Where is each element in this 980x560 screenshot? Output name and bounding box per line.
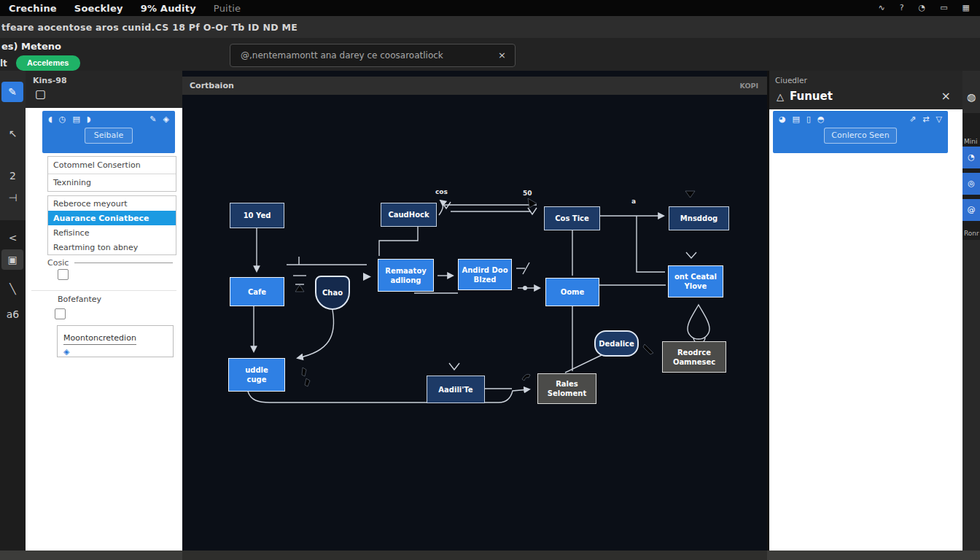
curve-icon[interactable]: ∿ — [879, 0, 885, 16]
left-panel: Kins-98 ▢ ◖◷▤◗ ✎◈ Seibale Cotommel Conse… — [26, 71, 182, 551]
right-header-icons-right: ⇗⇄▽ — [909, 115, 942, 124]
edge-label: cos — [435, 188, 448, 195]
diagram-node[interactable]: CaudHock — [381, 203, 437, 227]
target-icon[interactable]: ◔ — [962, 147, 980, 168]
right-rail-lower — [962, 240, 980, 551]
list-item[interactable]: Auarance Coniatbece — [48, 211, 176, 225]
field-box[interactable]: Moontoncretedion ◈ — [57, 325, 174, 357]
conlerco-button[interactable]: Conlerco Seen — [824, 128, 897, 144]
list-item[interactable]: Reartming ton abney — [48, 240, 176, 254]
diagram-node[interactable]: ont Ceatal Ylove — [668, 265, 723, 298]
line-tool-icon[interactable]: ╲ — [0, 279, 26, 299]
share-icon[interactable]: ⇗ — [909, 115, 916, 124]
grid-icon[interactable]: ▦ — [962, 0, 970, 16]
menu-items: CrechineSoeckley9% AudityPuitie — [0, 3, 258, 14]
diagram-edges — [182, 95, 767, 551]
menu-item[interactable]: Crechine — [9, 3, 57, 14]
checkbox-2-label: Bofefantey — [58, 295, 101, 304]
half-circle-icon[interactable]: ◓ — [817, 115, 825, 124]
cursor-tool-icon[interactable]: ↖ — [0, 123, 26, 144]
right-rail-label-top: Mini — [962, 138, 980, 145]
right-rail: ◍ Mini Ronr ◔◎@ — [962, 71, 980, 551]
list-item[interactable]: Cotommel Consertion — [48, 157, 176, 174]
list-item[interactable]: Texnining — [48, 174, 176, 191]
collapse-icon[interactable]: < — [0, 228, 26, 248]
checkbox-1[interactable] — [58, 269, 69, 280]
menu-item[interactable]: Soeckley — [74, 3, 123, 14]
flag-icon[interactable]: ▽ — [936, 115, 942, 124]
pen-icon[interactable]: ✎ — [149, 115, 156, 124]
help-icon[interactable]: ? — [900, 0, 904, 16]
diagram-node[interactable]: Andird Doo Blzed — [458, 259, 512, 290]
search-box: × — [230, 44, 516, 67]
subheader-left-label: lt — [0, 58, 7, 69]
window-icon[interactable]: ▭ — [940, 0, 947, 16]
left-header-icons-right: ✎◈ — [149, 115, 169, 124]
diagram-node[interactable]: Dedalice — [594, 330, 639, 357]
clock-icon[interactable]: ◷ — [59, 115, 66, 124]
section-divider — [74, 262, 173, 263]
clear-search-icon[interactable]: × — [498, 44, 506, 66]
diagram-node[interactable]: Chao — [315, 276, 350, 310]
right-rail-label-bottom: Ronr — [962, 230, 980, 237]
diagram-node[interactable]: Rales Seloment — [537, 373, 596, 404]
diagram-node[interactable]: Aadili'Te — [427, 376, 485, 403]
half-icon[interactable]: ◗ — [87, 115, 91, 124]
eye-icon[interactable]: ◖ — [48, 115, 52, 124]
field-value[interactable]: Moontoncretedion — [63, 333, 136, 345]
search-input[interactable] — [230, 44, 497, 66]
record-icon[interactable]: ◔ — [919, 0, 926, 16]
document-icon[interactable]: ▢ — [35, 88, 46, 100]
accelemes-button[interactable]: Accelemes — [16, 55, 80, 71]
diagram-node[interactable]: Cafe — [230, 277, 284, 306]
seibale-button[interactable]: Seibale — [85, 128, 133, 144]
pin-icon[interactable]: ◈ — [163, 115, 169, 124]
card-icon[interactable]: ▤ — [793, 115, 800, 124]
status-bar-canvas-segment — [182, 551, 767, 560]
diagram-node[interactable]: Oome — [545, 278, 599, 306]
grid-icon[interactable]: ▤ — [72, 115, 79, 124]
canvas-badge: KOPI — [739, 82, 767, 90]
mention-icon[interactable]: @ — [962, 199, 980, 221]
swap-icon[interactable]: ⇄ — [922, 115, 929, 124]
frame-icon[interactable]: ▯ — [806, 115, 811, 124]
pen-tool-icon[interactable]: ✎ — [1, 82, 23, 102]
checkbox-2[interactable] — [55, 308, 66, 319]
media-tool-icon[interactable]: ▣ — [1, 249, 23, 270]
a6-label[interactable]: a6 — [0, 304, 26, 324]
diagram-node[interactable]: uddle cuge — [228, 358, 285, 392]
record-icon[interactable]: ◎ — [962, 173, 980, 195]
diagram-node[interactable]: Cos Tice — [544, 206, 600, 230]
field-icon: ◈ — [63, 347, 167, 357]
right-panel-body: ◕▤▯◓ ⇗⇄▽ Conlerco Seen — [769, 109, 962, 551]
left-panel-title: Kins-98 — [33, 76, 67, 85]
diagram-node[interactable]: Remaatoy adliong — [378, 259, 434, 292]
diagram-node[interactable]: 10 Yed — [230, 203, 284, 228]
app-icon[interactable]: ◍ — [962, 91, 980, 103]
status-bar — [0, 551, 980, 560]
globe-icon[interactable]: ◕ — [779, 115, 786, 124]
canvas-header: Cortbaion KOPI — [182, 77, 767, 95]
right-panel-title: Funuet — [790, 90, 833, 103]
right-panel: Ciuedler △ Funuet × ◕▤▯◓ ⇗⇄▽ Conlerco Se… — [769, 71, 962, 551]
right-panel-blue-header: ◕▤▯◓ ⇗⇄▽ Conlerco Seen — [773, 111, 948, 153]
menu-item[interactable]: 9% Audity — [141, 3, 196, 14]
triangle-icon: △ — [777, 91, 784, 102]
diagram-canvas[interactable]: Cortbaion KOPI — [182, 71, 767, 551]
branch-tool-icon[interactable]: ⊣ — [0, 187, 26, 208]
app-window: CrechineSoeckley9% AudityPuitie ∿?◔▭▦ tf… — [0, 0, 980, 560]
menubar: CrechineSoeckley9% AudityPuitie ∿?◔▭▦ — [0, 0, 980, 16]
list-item[interactable]: Refisince — [48, 225, 176, 240]
two-label[interactable]: 2 — [0, 166, 26, 186]
left-panel-header: Kins-98 ▢ — [26, 71, 182, 108]
close-icon[interactable]: × — [941, 90, 951, 102]
diagram-node[interactable]: Reodrce Oamnesec — [662, 341, 726, 373]
divider — [31, 290, 176, 291]
canvas-body[interactable]: 10 YedCaudHockCos TiceMnsddogCafeChaoRem… — [182, 95, 767, 551]
right-panel-subtitle: Ciuedler — [775, 76, 807, 85]
left-panel-body: ◖◷▤◗ ✎◈ Seibale Cotommel ConsertionTexni… — [26, 108, 182, 551]
list-item[interactable]: Reberoce meyourt — [48, 196, 176, 211]
diagram-node[interactable]: Mnsddog — [669, 206, 729, 230]
menu-item[interactable]: Puitie — [214, 3, 241, 14]
list-group-1: Cotommel ConsertionTexnining — [47, 156, 176, 192]
